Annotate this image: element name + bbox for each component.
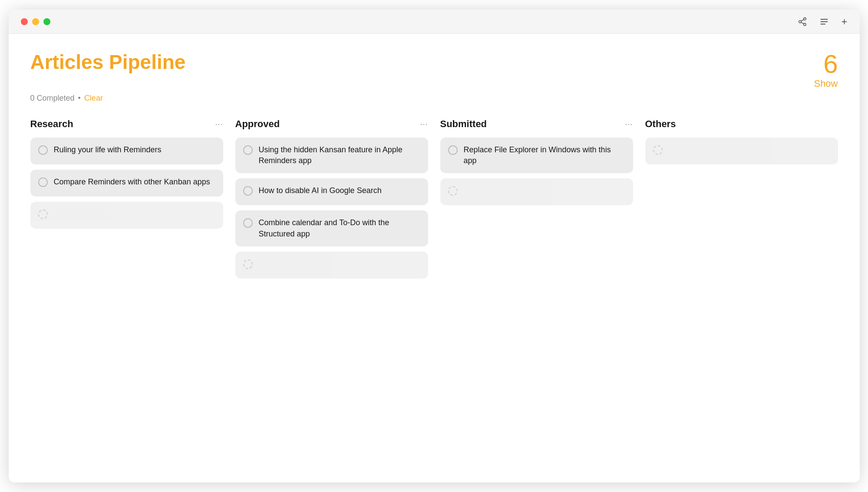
checkbox-a3[interactable] [243, 218, 253, 228]
column-header-others: Others [645, 118, 838, 130]
traffic-lights [21, 18, 50, 25]
close-button[interactable] [21, 18, 28, 25]
checkbox-r2[interactable] [38, 177, 48, 187]
dot-separator: • [78, 94, 81, 103]
column-menu-approved[interactable]: ··· [420, 120, 428, 129]
kanban-board: Research ··· Ruling your life with Remin… [30, 118, 838, 284]
add-button[interactable]: + [841, 16, 847, 28]
checkbox-r1[interactable] [38, 145, 48, 155]
subheader: 0 Completed • Clear [30, 94, 838, 103]
share-button[interactable] [798, 17, 807, 26]
checkbox-a4[interactable] [243, 259, 253, 269]
show-button[interactable]: Show [814, 78, 838, 89]
app-window: + Articles Pipeline 6 Show 0 Completed •… [9, 10, 860, 482]
column-header-approved: Approved ··· [235, 118, 428, 130]
card-o1-empty[interactable] [645, 138, 838, 164]
card-a2[interactable]: How to disable AI in Google Search [235, 178, 428, 205]
column-title-research: Research [30, 118, 73, 130]
title-bar: + [9, 10, 860, 34]
card-text-a1: Using the hidden Kansan feature in Apple… [259, 144, 420, 166]
share-icon [798, 17, 807, 26]
card-text-a2: How to disable AI in Google Search [259, 185, 382, 196]
column-research: Research ··· Ruling your life with Remin… [30, 118, 223, 234]
column-title-others: Others [645, 118, 676, 130]
column-others: Others [645, 118, 838, 170]
column-submitted: Submitted ··· Replace File Explorer in W… [440, 118, 633, 210]
clear-button[interactable]: Clear [84, 94, 103, 103]
card-text-r2: Compare Reminders with other Kanban apps [54, 177, 210, 187]
list-view-button[interactable] [819, 17, 829, 26]
header: Articles Pipeline 6 Show [30, 51, 838, 89]
column-approved: Approved ··· Using the hidden Kansan fea… [235, 118, 428, 284]
toolbar: + [798, 16, 847, 28]
header-right: 6 Show [814, 51, 838, 89]
card-r1[interactable]: Ruling your life with Reminders [30, 138, 223, 164]
column-header-submitted: Submitted ··· [440, 118, 633, 130]
main-content: Articles Pipeline 6 Show 0 Completed • C… [9, 34, 860, 482]
card-text-r1: Ruling your life with Reminders [54, 144, 162, 155]
checkbox-s2[interactable] [448, 186, 458, 196]
maximize-button[interactable] [43, 18, 50, 25]
count-badge: 6 [823, 51, 838, 77]
checkbox-s1[interactable] [448, 145, 458, 155]
page-title: Articles Pipeline [30, 51, 186, 73]
column-title-approved: Approved [235, 118, 280, 130]
completed-label: 0 Completed [30, 94, 75, 103]
checkbox-a2[interactable] [243, 186, 253, 196]
checkbox-o1[interactable] [653, 145, 663, 155]
column-title-submitted: Submitted [440, 118, 487, 130]
card-text-s1: Replace File Explorer in Windows with th… [464, 144, 625, 166]
card-r2[interactable]: Compare Reminders with other Kanban apps [30, 170, 223, 197]
card-a3[interactable]: Combine calendar and To-Do with the Stru… [235, 210, 428, 246]
column-menu-research[interactable]: ··· [215, 120, 223, 129]
column-header-research: Research ··· [30, 118, 223, 130]
card-s1[interactable]: Replace File Explorer in Windows with th… [440, 138, 633, 173]
column-menu-submitted[interactable]: ··· [625, 120, 633, 129]
card-a4-empty[interactable] [235, 252, 428, 279]
checkbox-a1[interactable] [243, 145, 253, 155]
card-a1[interactable]: Using the hidden Kansan feature in Apple… [235, 138, 428, 173]
card-r3-empty[interactable] [30, 202, 223, 229]
card-s2-empty[interactable] [440, 178, 633, 205]
minimize-button[interactable] [32, 18, 39, 25]
add-icon: + [841, 16, 847, 28]
list-icon [819, 17, 829, 26]
checkbox-r3[interactable] [38, 210, 48, 219]
card-text-a3: Combine calendar and To-Do with the Stru… [259, 217, 420, 239]
